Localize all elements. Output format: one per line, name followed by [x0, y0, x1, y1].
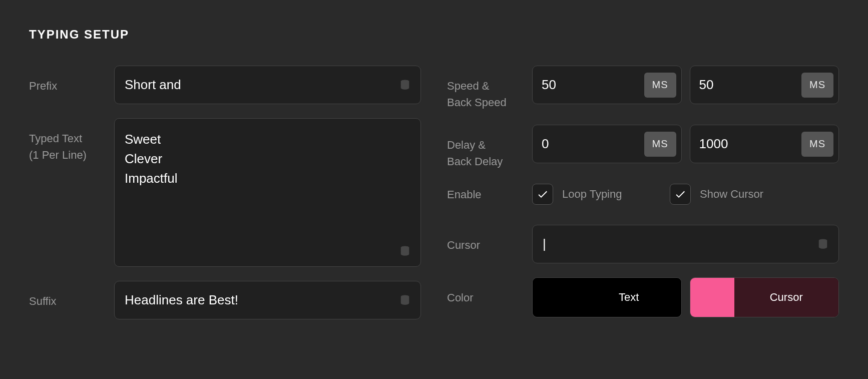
back-delay-input[interactable]	[690, 125, 802, 163]
database-icon[interactable]	[399, 79, 410, 91]
text-color-label: Text	[577, 278, 681, 317]
suffix-input[interactable]	[115, 281, 420, 319]
speed-input[interactable]	[533, 66, 644, 104]
checkmark-icon	[674, 188, 686, 200]
typed-text-field-wrapper	[114, 118, 421, 267]
prefix-label: Prefix	[29, 66, 114, 94]
prefix-input[interactable]	[115, 66, 420, 104]
enable-label: Enable	[447, 186, 532, 203]
cursor-color-label: Cursor	[734, 278, 839, 317]
speed-field-wrapper: MS	[532, 66, 682, 104]
delay-label-line1: Delay &	[447, 139, 486, 151]
back-speed-input[interactable]	[690, 66, 802, 104]
cursor-label: Cursor	[447, 225, 532, 253]
checkmark-icon	[537, 188, 549, 200]
text-color-swatch[interactable]	[533, 278, 577, 317]
database-icon[interactable]	[399, 294, 410, 306]
color-label: Color	[447, 289, 532, 306]
delay-input[interactable]	[533, 125, 644, 163]
typed-text-label: Typed Text (1 Per Line)	[29, 118, 114, 163]
delay-field-wrapper: MS	[532, 125, 682, 163]
typed-text-label-line2: (1 Per Line)	[29, 147, 114, 163]
text-color-field[interactable]: Text	[532, 277, 682, 317]
loop-typing-checkbox[interactable]	[532, 184, 553, 205]
back-delay-field-wrapper: MS	[690, 125, 839, 163]
show-cursor-label: Show Cursor	[700, 188, 763, 201]
delay-label: Delay & Back Delay	[447, 125, 532, 170]
prefix-field-wrapper	[114, 66, 421, 104]
cursor-color-field[interactable]: Cursor	[690, 277, 839, 317]
loop-typing-label: Loop Typing	[562, 188, 622, 201]
suffix-field-wrapper	[114, 281, 421, 319]
database-icon[interactable]	[399, 245, 410, 257]
suffix-label: Suffix	[29, 281, 114, 309]
typed-text-label-line1: Typed Text	[29, 132, 82, 145]
section-title: TYPING SETUP	[29, 28, 839, 42]
back-speed-field-wrapper: MS	[690, 66, 839, 104]
cursor-color-swatch[interactable]	[690, 278, 734, 317]
delay-unit: MS	[644, 132, 676, 157]
database-icon[interactable]	[817, 238, 828, 250]
delay-label-line2: Back Delay	[447, 153, 532, 170]
speed-unit: MS	[644, 73, 676, 98]
show-cursor-checkbox[interactable]	[670, 184, 691, 205]
cursor-input[interactable]	[533, 225, 838, 263]
speed-label: Speed & Back Speed	[447, 66, 532, 111]
cursor-field-wrapper	[532, 225, 839, 263]
typed-text-input[interactable]	[115, 119, 420, 266]
back-speed-unit: MS	[801, 73, 833, 98]
back-delay-unit: MS	[801, 132, 833, 157]
speed-label-line1: Speed &	[447, 80, 489, 92]
speed-label-line2: Back Speed	[447, 94, 532, 111]
